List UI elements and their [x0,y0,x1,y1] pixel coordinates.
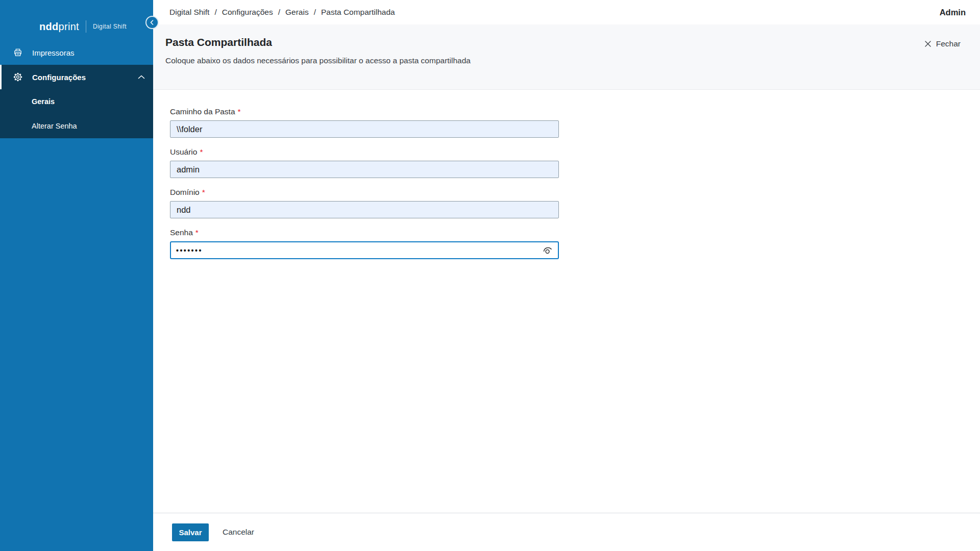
breadcrumb-item-configuracoes[interactable]: Configurações [222,8,273,17]
sidebar-collapse-button[interactable] [145,16,159,29]
usuario-input[interactable] [170,161,559,178]
chevron-left-icon [149,19,155,26]
field-caminho-da-pasta: Caminho da Pasta* [170,107,559,138]
close-button[interactable]: Fechar [924,39,961,48]
sidebar-item-configuracoes[interactable]: Configurações [0,65,153,89]
required-asterisk: * [202,188,205,196]
required-asterisk: * [238,107,241,116]
sidebar-subitem-label: Gerais [32,97,55,106]
breadcrumb-item-pasta-compartilhada[interactable]: Pasta Compartilhada [321,8,395,17]
gear-icon [13,72,23,82]
field-senha: Senha* [170,228,559,259]
sidebar-subitem-label: Alterar Senha [32,122,77,130]
chevron-up-icon [138,75,145,79]
page-header-text: Pasta Compartilhada Coloque abaixo os da… [165,37,471,65]
app-root: nddprint Digital Shift Impressoras [0,0,980,551]
sidebar-item-alterar-senha[interactable]: Alterar Senha [0,114,153,138]
field-usuario: Usuário* [170,147,559,178]
eye-icon[interactable] [542,244,554,257]
field-label: Domínio* [170,187,559,197]
sidebar-settings-section: Configurações Gerais Alterar Senha [0,65,153,138]
sidebar-item-impressoras[interactable]: Impressoras [0,40,153,65]
dominio-input[interactable] [170,201,559,218]
logo-divider [86,20,86,33]
user-menu[interactable]: Admin [940,8,966,17]
field-dominio: Domínio* [170,187,559,218]
field-label: Senha* [170,228,559,238]
senha-input[interactable] [171,242,542,258]
close-label: Fechar [936,39,961,48]
breadcrumb-separator: / [214,8,216,17]
action-bar: Salvar Cancelar [153,513,980,551]
breadcrumb-item-gerais[interactable]: Gerais [285,8,309,17]
printer-icon [13,47,23,58]
field-label: Caminho da Pasta* [170,107,559,117]
brand-product: Digital Shift [93,23,127,30]
form-area: Caminho da Pasta* Usuário* Domínio* Senh… [153,90,980,513]
page-header: Pasta Compartilhada Coloque abaixo os da… [153,24,980,90]
sidebar: nddprint Digital Shift Impressoras [0,0,153,551]
page-subtitle: Coloque abaixo os dados necessários para… [165,56,471,65]
sidebar-nav: Impressoras [0,40,153,138]
field-label: Usuário* [170,147,559,157]
senha-input-wrapper [170,241,559,259]
sidebar-item-gerais[interactable]: Gerais [0,89,153,114]
sidebar-item-label: Impressoras [32,48,75,57]
breadcrumb: Digital Shift / Configurações / Gerais /… [169,8,395,17]
save-button[interactable]: Salvar [172,523,209,541]
brand-ndd: ndd [39,21,59,33]
caminho-da-pasta-input[interactable] [170,120,559,138]
page-title: Pasta Compartilhada [165,37,471,48]
cancel-button[interactable]: Cancelar [223,528,254,537]
breadcrumb-item-digital-shift[interactable]: Digital Shift [169,8,209,17]
breadcrumb-separator: / [314,8,316,17]
close-icon [924,40,932,47]
shared-folder-form: Caminho da Pasta* Usuário* Domínio* Senh… [170,107,980,259]
breadcrumb-separator: / [278,8,280,17]
required-asterisk: * [200,147,203,156]
sidebar-item-label: Configurações [32,73,86,82]
main-area: Digital Shift / Configurações / Gerais /… [153,0,980,551]
brand-logo: nddprint Digital Shift [0,0,153,40]
brand-print: print [59,21,79,33]
topbar: Digital Shift / Configurações / Gerais /… [153,0,980,24]
required-asterisk: * [195,228,199,237]
